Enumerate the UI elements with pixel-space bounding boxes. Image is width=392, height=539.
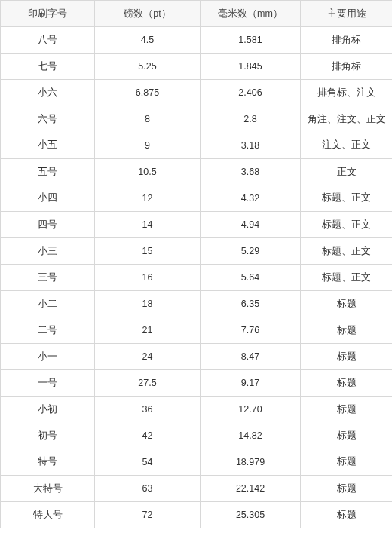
- table-header-row: 印刷字号 磅数（pt） 毫米数（mm） 主要用途: [1, 1, 393, 27]
- cell-pt: 21: [95, 317, 201, 344]
- cell-mm: 6.35: [201, 291, 301, 317]
- cell-use: 标题: [301, 397, 393, 423]
- table-row: 小初3612.70标题: [1, 397, 393, 423]
- cell-use: 标题、正文: [301, 212, 393, 238]
- cell-mm: 3.68: [201, 159, 301, 185]
- cell-mm: 7.76: [201, 317, 301, 344]
- cell-use: 排角标: [301, 27, 393, 54]
- cell-mm: 4.32: [201, 185, 301, 212]
- table-row: 一号27.59.17标题: [1, 370, 393, 397]
- cell-use: 标题: [301, 291, 393, 317]
- cell-name: 七号: [1, 54, 95, 80]
- cell-mm: 3.18: [201, 133, 301, 159]
- table-row: 四号144.94标题、正文: [1, 212, 393, 238]
- cell-mm: 9.17: [201, 370, 301, 397]
- cell-mm: 22.142: [201, 476, 301, 502]
- cell-pt: 63: [95, 476, 201, 502]
- cell-name: 小一: [1, 344, 95, 370]
- cell-use: 标题: [301, 502, 393, 528]
- cell-use: 标题: [301, 449, 393, 476]
- cell-use: 排角标、注文: [301, 80, 393, 106]
- cell-mm: 4.94: [201, 212, 301, 238]
- cell-pt: 8: [95, 106, 201, 133]
- cell-use: 标题: [301, 476, 393, 502]
- cell-pt: 15: [95, 238, 201, 265]
- cell-pt: 27.5: [95, 370, 201, 397]
- cell-pt: 6.875: [95, 80, 201, 106]
- cell-use: 注文、正文: [301, 133, 393, 159]
- cell-name: 初号: [1, 423, 95, 449]
- cell-mm: 5.29: [201, 238, 301, 265]
- cell-name: 小初: [1, 397, 95, 423]
- header-mm: 毫米数（mm）: [201, 1, 301, 27]
- table-row: 初号4214.82标题: [1, 423, 393, 449]
- table-row: 特号5418.979标题: [1, 449, 393, 476]
- cell-mm: 14.82: [201, 423, 301, 449]
- cell-pt: 14: [95, 212, 201, 238]
- table-row: 大特号6322.142标题: [1, 476, 393, 502]
- header-name: 印刷字号: [1, 1, 95, 27]
- cell-pt: 10.5: [95, 159, 201, 185]
- cell-mm: 18.979: [201, 449, 301, 476]
- cell-use: 标题、正文: [301, 185, 393, 212]
- cell-pt: 16: [95, 265, 201, 291]
- cell-pt: 12: [95, 185, 201, 212]
- table-row: 三号165.64标题、正文: [1, 265, 393, 291]
- cell-mm: 5.64: [201, 265, 301, 291]
- cell-name: 小五: [1, 133, 95, 159]
- table-row: 特大号7225.305标题: [1, 502, 393, 528]
- cell-use: 标题、正文: [301, 265, 393, 291]
- cell-name: 二号: [1, 317, 95, 344]
- cell-name: 六号: [1, 106, 95, 133]
- cell-mm: 8.47: [201, 344, 301, 370]
- cell-use: 标题、正文: [301, 238, 393, 265]
- cell-mm: 2.406: [201, 80, 301, 106]
- cell-pt: 72: [95, 502, 201, 528]
- cell-use: 角注、注文、正文: [301, 106, 393, 133]
- header-pt: 磅数（pt）: [95, 1, 201, 27]
- table-row: 二号217.76标题: [1, 317, 393, 344]
- cell-use: 排角标: [301, 54, 393, 80]
- table-row: 小五93.18注文、正文: [1, 133, 393, 159]
- table-row: 小四124.32标题、正文: [1, 185, 393, 212]
- cell-name: 八号: [1, 27, 95, 54]
- table-row: 小一248.47标题: [1, 344, 393, 370]
- table-row: 小三155.29标题、正文: [1, 238, 393, 265]
- cell-use: 标题: [301, 317, 393, 344]
- cell-use: 标题: [301, 423, 393, 449]
- cell-pt: 9: [95, 133, 201, 159]
- cell-pt: 42: [95, 423, 201, 449]
- cell-pt: 54: [95, 449, 201, 476]
- table-row: 六号82.8角注、注文、正文: [1, 106, 393, 133]
- cell-name: 小六: [1, 80, 95, 106]
- cell-name: 一号: [1, 370, 95, 397]
- cell-name: 小二: [1, 291, 95, 317]
- cell-name: 四号: [1, 212, 95, 238]
- cell-mm: 25.305: [201, 502, 301, 528]
- cell-name: 大特号: [1, 476, 95, 502]
- cell-mm: 1.581: [201, 27, 301, 54]
- cell-name: 特大号: [1, 502, 95, 528]
- table-row: 小二186.35标题: [1, 291, 393, 317]
- cell-mm: 12.70: [201, 397, 301, 423]
- cell-pt: 4.5: [95, 27, 201, 54]
- cell-pt: 24: [95, 344, 201, 370]
- cell-name: 五号: [1, 159, 95, 185]
- table-row: 小六6.8752.406排角标、注文: [1, 80, 393, 106]
- cell-pt: 36: [95, 397, 201, 423]
- cell-use: 标题: [301, 344, 393, 370]
- cell-mm: 2.8: [201, 106, 301, 133]
- cell-mm: 1.845: [201, 54, 301, 80]
- cell-pt: 5.25: [95, 54, 201, 80]
- cell-use: 标题: [301, 370, 393, 397]
- table-row: 八号4.51.581排角标: [1, 27, 393, 54]
- table-row: 五号10.53.68正文: [1, 159, 393, 185]
- cell-use: 正文: [301, 159, 393, 185]
- cell-name: 小三: [1, 238, 95, 265]
- cell-name: 特号: [1, 449, 95, 476]
- cell-name: 三号: [1, 265, 95, 291]
- table-row: 七号5.251.845排角标: [1, 54, 393, 80]
- header-use: 主要用途: [301, 1, 393, 27]
- cell-name: 小四: [1, 185, 95, 212]
- font-size-table: 印刷字号 磅数（pt） 毫米数（mm） 主要用途 八号4.51.581排角标七号…: [0, 0, 392, 528]
